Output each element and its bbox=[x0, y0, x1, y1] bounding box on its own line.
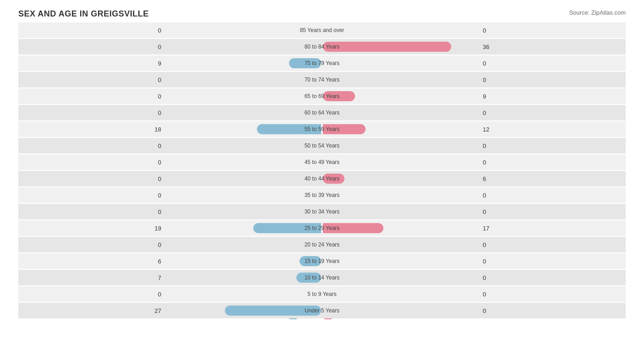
female-value: 0 bbox=[479, 192, 626, 199]
table-row: 080 to 84 Years36 bbox=[18, 39, 626, 55]
female-bar-wrap bbox=[322, 75, 479, 85]
male-value: 7 bbox=[18, 274, 165, 281]
bar-center: 80 to 84 Years bbox=[165, 39, 479, 55]
male-bar-wrap bbox=[165, 207, 322, 217]
female-bar-wrap bbox=[322, 91, 479, 101]
male-bar-wrap bbox=[165, 58, 322, 68]
chart-title: SEX AND AGE IN GREIGSVILLE bbox=[18, 9, 626, 19]
table-row: 065 to 69 Years9 bbox=[18, 88, 626, 104]
chart-area: 085 Years and over0080 to 84 Years36975 … bbox=[18, 22, 626, 306]
male-value: 0 bbox=[18, 291, 165, 298]
table-row: 710 to 14 Years0 bbox=[18, 270, 626, 285]
bar-center: Under 5 Years bbox=[165, 303, 479, 318]
bar-center: 5 to 9 Years bbox=[165, 286, 479, 302]
chart-container: SEX AND AGE IN GREIGSVILLE Source: ZipAt… bbox=[0, 0, 644, 339]
bar-center: 30 to 34 Years bbox=[165, 204, 479, 219]
bar-center: 40 to 44 Years bbox=[165, 171, 479, 186]
female-value: 0 bbox=[479, 159, 626, 166]
male-value: 0 bbox=[18, 27, 165, 34]
male-value: 0 bbox=[18, 109, 165, 116]
male-bar-wrap bbox=[165, 124, 322, 134]
female-bar bbox=[323, 124, 366, 134]
male-bar-wrap bbox=[165, 223, 322, 233]
female-value: 0 bbox=[479, 274, 626, 281]
male-bar-wrap bbox=[165, 108, 322, 118]
bar-center: 10 to 14 Years bbox=[165, 270, 479, 285]
male-bar-wrap bbox=[165, 256, 322, 266]
female-bar-wrap bbox=[322, 174, 479, 184]
male-bar-wrap bbox=[165, 141, 322, 151]
table-row: 05 to 9 Years0 bbox=[18, 286, 626, 302]
table-row: 27Under 5 Years0 bbox=[18, 303, 626, 318]
male-value: 18 bbox=[18, 126, 165, 133]
bar-center: 20 to 24 Years bbox=[165, 237, 479, 252]
female-bar-wrap bbox=[322, 108, 479, 118]
table-row: 085 Years and over0 bbox=[18, 22, 626, 38]
female-value: 0 bbox=[479, 109, 626, 116]
female-value: 0 bbox=[479, 307, 626, 314]
female-bar-wrap bbox=[322, 190, 479, 200]
female-value: 0 bbox=[479, 208, 626, 215]
male-value: 0 bbox=[18, 93, 165, 100]
male-value: 0 bbox=[18, 77, 165, 83]
female-bar-wrap bbox=[322, 141, 479, 151]
table-row: 1925 to 29 Years17 bbox=[18, 220, 626, 236]
female-value: 0 bbox=[479, 60, 626, 67]
male-value: 0 bbox=[18, 175, 165, 182]
male-bar bbox=[257, 124, 321, 134]
bar-center: 60 to 64 Years bbox=[165, 105, 479, 120]
bar-center: 70 to 74 Years bbox=[165, 72, 479, 87]
female-bar-wrap bbox=[322, 124, 479, 134]
bar-center: 35 to 39 Years bbox=[165, 187, 479, 203]
female-bar-wrap bbox=[322, 223, 479, 233]
male-bar-wrap bbox=[165, 190, 322, 200]
table-row: 020 to 24 Years0 bbox=[18, 237, 626, 252]
male-value: 0 bbox=[18, 192, 165, 199]
female-bar-wrap bbox=[322, 42, 479, 52]
male-bar-wrap bbox=[165, 75, 322, 85]
male-value: 9 bbox=[18, 60, 165, 67]
male-bar bbox=[289, 58, 321, 68]
female-bar-wrap bbox=[322, 306, 479, 316]
table-row: 975 to 79 Years0 bbox=[18, 55, 626, 71]
female-bar bbox=[323, 223, 383, 233]
female-bar bbox=[323, 91, 355, 101]
female-value: 6 bbox=[479, 175, 626, 182]
table-row: 040 to 44 Years6 bbox=[18, 171, 626, 186]
table-row: 615 to 19 Years0 bbox=[18, 253, 626, 269]
source-text: Source: ZipAtlas.com bbox=[569, 9, 626, 16]
table-row: 060 to 64 Years0 bbox=[18, 105, 626, 120]
female-bar-wrap bbox=[322, 58, 479, 68]
bar-center: 55 to 59 Years bbox=[165, 121, 479, 137]
bar-center: 65 to 69 Years bbox=[165, 88, 479, 104]
male-bar-wrap bbox=[165, 25, 322, 35]
female-value: 0 bbox=[479, 291, 626, 298]
female-value: 0 bbox=[479, 27, 626, 34]
male-value: 0 bbox=[18, 241, 165, 248]
table-row: 1855 to 59 Years12 bbox=[18, 121, 626, 137]
male-value: 6 bbox=[18, 258, 165, 265]
male-bar-wrap bbox=[165, 174, 322, 184]
male-bar-wrap bbox=[165, 273, 322, 283]
table-row: 070 to 74 Years0 bbox=[18, 72, 626, 87]
female-value: 36 bbox=[479, 44, 626, 50]
male-bar-wrap bbox=[165, 91, 322, 101]
female-value: 9 bbox=[479, 93, 626, 100]
female-bar-wrap bbox=[322, 157, 479, 167]
female-bar bbox=[323, 42, 451, 52]
male-bar-wrap bbox=[165, 289, 322, 299]
female-value: 0 bbox=[479, 258, 626, 265]
female-bar-wrap bbox=[322, 240, 479, 250]
female-value: 17 bbox=[479, 225, 626, 232]
bar-center: 45 to 49 Years bbox=[165, 154, 479, 170]
bar-center: 25 to 29 Years bbox=[165, 220, 479, 236]
female-value: 12 bbox=[479, 126, 626, 133]
table-row: 035 to 39 Years0 bbox=[18, 187, 626, 203]
female-value: 0 bbox=[479, 142, 626, 149]
male-value: 0 bbox=[18, 142, 165, 149]
bar-center: 15 to 19 Years bbox=[165, 253, 479, 269]
female-bar-wrap bbox=[322, 273, 479, 283]
female-bar-wrap bbox=[322, 25, 479, 35]
male-bar bbox=[253, 223, 321, 233]
male-bar-wrap bbox=[165, 42, 322, 52]
